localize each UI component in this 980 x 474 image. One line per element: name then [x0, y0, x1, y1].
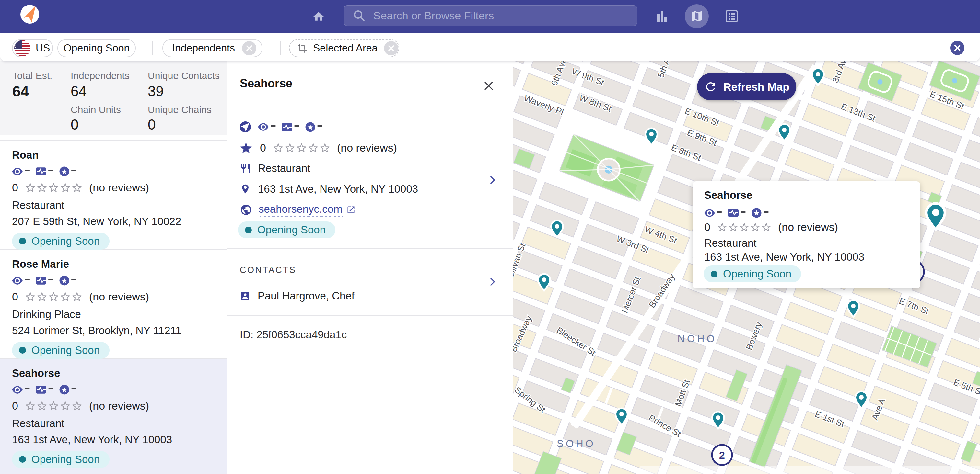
svg-text:SOHO: SOHO — [557, 438, 595, 449]
svg-text:NOHO: NOHO — [678, 333, 717, 344]
